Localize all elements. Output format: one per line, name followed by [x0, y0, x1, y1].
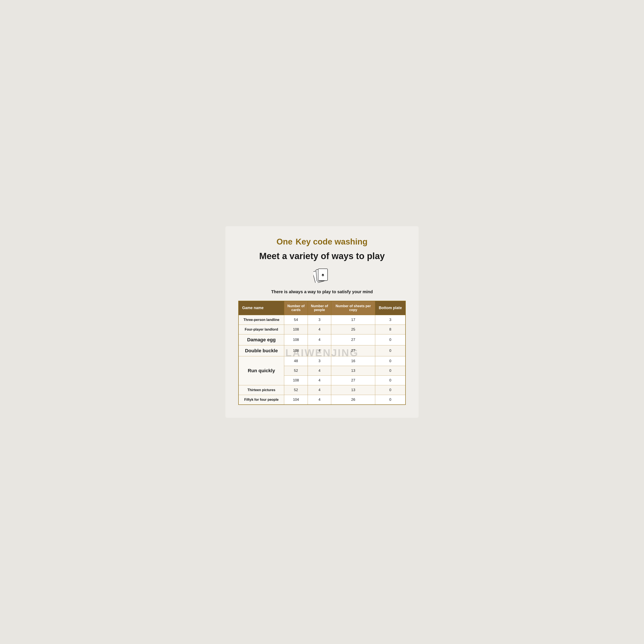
page-title: Meet a variety of ways to play	[238, 251, 406, 261]
bottom-plate-cell: 0	[375, 345, 406, 356]
col-header-game-name: Game name	[238, 301, 284, 315]
num-cards-cell: 48	[284, 356, 308, 366]
table-row: Three-person landline543173	[238, 315, 406, 325]
num-people-cell: 3	[308, 356, 331, 366]
svg-text:♠: ♠	[322, 272, 324, 277]
bottom-plate-cell: 0	[375, 366, 406, 375]
num-cards-cell: 54	[284, 315, 308, 325]
game-name-cell: Three-person landline	[238, 315, 284, 325]
sheets-cell: 13	[331, 366, 375, 375]
num-people-cell: 4	[308, 385, 331, 395]
num-cards-cell: 52	[284, 366, 308, 375]
bottom-plate-cell: 0	[375, 334, 406, 345]
table-row: Double buckle1084270	[238, 345, 406, 356]
num-people-cell: 4	[308, 366, 331, 375]
num-people-cell: 4	[308, 334, 331, 345]
bottom-plate-cell: 0	[375, 385, 406, 395]
table-row: Damage egg1084270	[238, 334, 406, 345]
num-cards-cell: 108	[284, 375, 308, 385]
bottom-plate-cell: 0	[375, 356, 406, 366]
sheets-cell: 25	[331, 325, 375, 334]
sheets-cell: 17	[331, 315, 375, 325]
cards-icon: ♠	[238, 267, 406, 286]
col-header-sheets: Number of sheets percopy	[331, 301, 375, 315]
bottom-plate-cell: 3	[375, 315, 406, 325]
num-cards-cell: 108	[284, 334, 308, 345]
num-cards-cell: 52	[284, 385, 308, 395]
num-people-cell: 4	[308, 375, 331, 385]
sheets-cell: 27	[331, 375, 375, 385]
col-header-num-cards: Number ofcards	[284, 301, 308, 315]
col-header-bottom-plate: Bottom plate	[375, 301, 406, 315]
header-key: Key code washing	[296, 237, 368, 246]
table-row: Thirteen pictures524130	[238, 385, 406, 395]
table-wrapper: Game name Number ofcards Number ofpeople…	[238, 301, 406, 405]
num-people-cell: 3	[308, 315, 331, 325]
table-row: Four-player landlord1084258	[238, 325, 406, 334]
game-name-cell: Fiftyk for four people	[238, 395, 284, 405]
game-table: Game name Number ofcards Number ofpeople…	[238, 301, 406, 405]
table-body: Three-person landline543173Four-player l…	[238, 315, 406, 405]
num-people-cell: 4	[308, 325, 331, 334]
game-name-cell: Damage egg	[238, 334, 284, 345]
sheets-cell: 26	[331, 395, 375, 405]
subtitle: There is always a way to play to satisfy…	[238, 289, 406, 294]
col-header-num-people: Number ofpeople	[308, 301, 331, 315]
num-people-cell: 4	[308, 395, 331, 405]
bottom-plate-cell: 0	[375, 395, 406, 405]
num-cards-cell: 108	[284, 345, 308, 356]
num-cards-cell: 108	[284, 325, 308, 334]
game-name-cell: Four-player landlord	[238, 325, 284, 334]
sheets-cell: 27	[331, 334, 375, 345]
sheets-cell: 27	[331, 345, 375, 356]
sheets-cell: 13	[331, 385, 375, 395]
game-name-cell: Double buckle	[238, 345, 284, 356]
bottom-plate-cell: 0	[375, 375, 406, 385]
table-header-row: Game name Number ofcards Number ofpeople…	[238, 301, 406, 315]
game-name-cell: Thirteen pictures	[238, 385, 284, 395]
header-one: One	[276, 237, 293, 246]
table-row: Run quickly483160	[238, 356, 406, 366]
game-name-cell: Run quickly	[238, 356, 284, 385]
main-container: One Key code washing Meet a variety of w…	[225, 226, 419, 418]
sheets-cell: 16	[331, 356, 375, 366]
header-top: One Key code washing	[238, 237, 406, 246]
num-cards-cell: 104	[284, 395, 308, 405]
bottom-plate-cell: 8	[375, 325, 406, 334]
table-row: Fiftyk for four people1044260	[238, 395, 406, 405]
num-people-cell: 4	[308, 345, 331, 356]
